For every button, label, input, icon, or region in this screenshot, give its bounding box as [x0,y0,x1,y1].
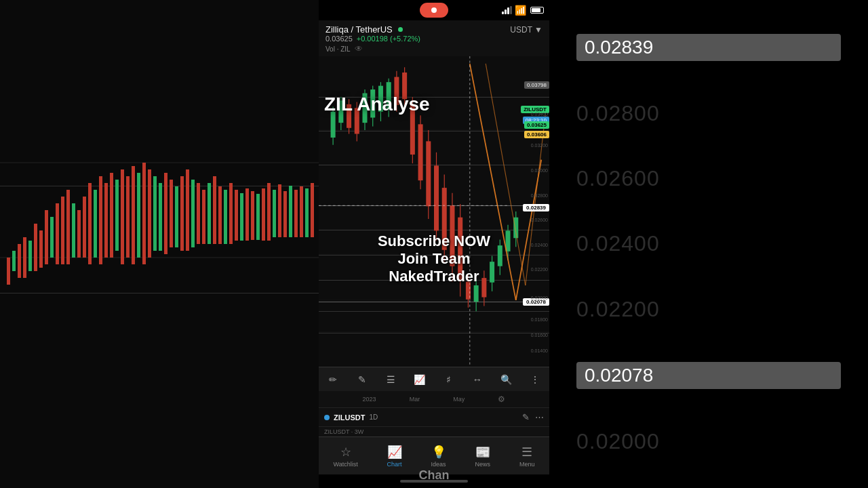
toolbar-pen-icon[interactable]: ✎ [353,370,372,389]
symbol-row: ZILUSDT 1D ✎ ⋯ [319,407,549,426]
second-symbol-row: ZILUSDT · 3W [319,426,549,436]
price-tag-03798: 0.03798 [524,81,549,89]
symbol-actions: ✎ ⋯ [522,412,544,422]
svg-rect-43 [229,183,233,244]
svg-rect-105 [474,285,479,302]
svg-rect-69 [331,112,336,138]
nav-ideas[interactable]: 💡 Ideas [431,445,446,468]
grid-label-01400: 0.01400 [531,348,548,353]
price-label-02000: 0.02000 [576,429,841,454]
price-label-02800: 0.02800 [576,101,841,126]
grid-label-01600: 0.01600 [531,333,548,338]
price-box-02839: 0.02839 [576,34,841,61]
svg-rect-29 [153,176,157,251]
price-label-02600: 0.02600 [576,166,841,191]
subscribe-line3: NakedTrader [319,268,549,285]
svg-rect-36 [191,180,195,247]
svg-rect-40 [213,176,216,244]
menu-icon: ☰ [521,445,532,460]
svg-rect-45 [240,193,243,241]
symbol-timeframe[interactable]: 1D [369,413,378,421]
svg-rect-32 [170,180,173,247]
svg-rect-95 [434,165,439,230]
svg-rect-51 [273,190,276,237]
grid-label-03200: 0.03200 [531,143,548,148]
svg-rect-13 [66,190,70,264]
nav-watchlist[interactable]: ☆ Watchlist [333,445,357,468]
nav-chart-label: Chart [387,461,402,468]
record-indicator [431,7,437,13]
signal-bar-1 [502,12,504,14]
toolbar-zoom-icon[interactable]: 🔍 [496,370,515,389]
toolbar-lines-icon[interactable]: ☰ [381,370,400,389]
battery-icon [530,7,544,14]
vol-label: Vol · ZIL [326,45,351,53]
svg-rect-19 [99,176,102,264]
svg-rect-41 [218,186,222,244]
chart-overlay-title: ZIL Analyse [324,94,430,115]
grid-label-01800: 0.01800 [531,317,548,322]
svg-rect-18 [94,190,97,258]
svg-rect-44 [235,190,238,241]
svg-rect-46 [245,188,249,241]
grid-label-02800: 0.02800 [531,193,548,198]
svg-rect-10 [50,217,54,258]
chart-body[interactable]: ZIL Analyse [319,56,549,367]
grid-label-03000: 0.03000 [531,168,548,173]
chart-settings-icon[interactable]: ⚙ [498,394,505,404]
chan-text: Chan [419,468,450,483]
pair-name: Zilliqa / TetherUS [326,24,393,35]
symbol-dot [324,415,330,420]
nav-news[interactable]: 📰 News [475,445,491,468]
svg-rect-57 [305,188,309,237]
timeline: 2023 Mar May ⚙ [319,391,549,407]
signal-bar-2 [505,9,507,14]
toolbar-measure-icon[interactable]: ↔ [468,370,487,389]
svg-rect-6 [28,241,32,271]
chart-toolbar: ✏ ✎ ☰ 📈 ♯ ↔ 🔍 ⋮ [319,367,549,391]
nav-menu-label: Menu [519,461,535,468]
timeline-may: May [453,396,465,403]
svg-rect-50 [267,183,271,241]
svg-rect-55 [294,190,298,237]
svg-rect-47 [251,191,254,240]
nav-news-label: News [475,461,491,468]
toolbar-cursor-icon[interactable]: ✏ [323,370,342,389]
more-dots-icon[interactable]: ⋯ [535,412,544,422]
ideas-icon: 💡 [431,445,446,460]
pair-info: Zilliqa / TetherUS [326,24,403,35]
svg-rect-11 [56,203,59,264]
timeline-mar: Mar [410,396,420,403]
grid-label-03400: 0.03400 [531,112,548,117]
svg-rect-14 [72,203,75,258]
online-dot [398,27,403,32]
nav-chart[interactable]: 📈 Chart [387,445,402,468]
svg-rect-27 [142,163,146,264]
record-button[interactable] [420,3,448,18]
price-label-02200: 0.02200 [576,297,841,322]
symbol-name[interactable]: ZILUSDT [334,413,365,422]
nav-menu[interactable]: ☰ Menu [519,445,535,468]
toolbar-pattern-icon[interactable]: ♯ [439,370,458,389]
svg-rect-35 [186,169,189,251]
svg-rect-7 [34,224,37,271]
toolbar-indicator-icon[interactable]: 📈 [410,370,429,389]
timeline-2023: 2023 [363,396,376,403]
current-price: 0.03625 [326,35,353,43]
svg-rect-31 [164,173,167,254]
svg-rect-22 [115,180,119,251]
svg-rect-9 [45,210,48,264]
svg-rect-16 [83,197,86,258]
price-tag-yellow: 0.03606 [524,131,549,138]
grid-label-02000: 0.02000 [531,296,548,300]
svg-rect-3 [12,251,16,271]
price-box-02078: 0.02078 [576,362,841,389]
right-price-panel: 0.02839 0.02800 0.02600 0.02400 0.02200 … [549,0,868,488]
svg-rect-42 [224,190,227,244]
svg-rect-28 [148,169,151,258]
edit-icon[interactable]: ✎ [522,412,530,422]
svg-rect-4 [18,244,21,278]
svg-rect-34 [180,176,184,251]
toolbar-more-icon[interactable]: ⋮ [526,370,545,389]
nav-ideas-label: Ideas [431,461,446,468]
